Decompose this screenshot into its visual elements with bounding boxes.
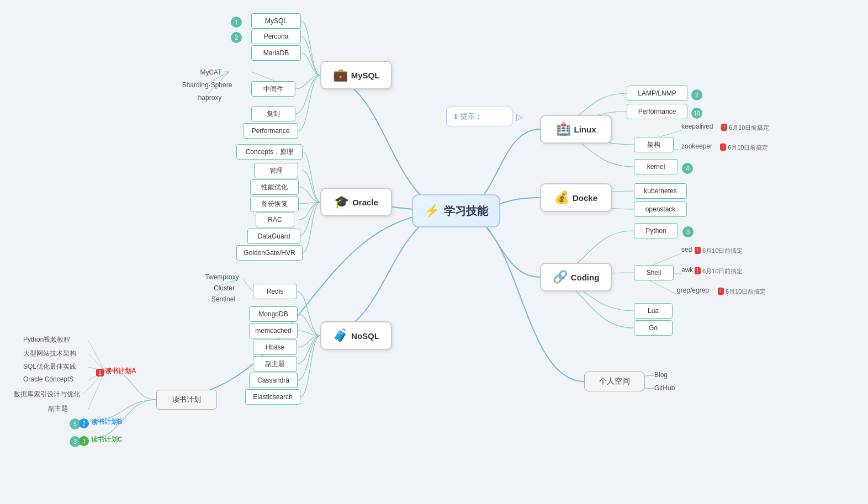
coding-main-node[interactable]: 🔗 Coding	[540, 263, 612, 291]
personal-space-node[interactable]: 个人空间	[584, 372, 645, 391]
awk-deadline: 6月10日前搞定	[702, 267, 743, 275]
coding-icon: 🔗	[553, 270, 568, 284]
docke-sub-openstack[interactable]: openstack	[634, 201, 687, 217]
docke-icon: 💰	[554, 190, 569, 205]
nosql-icon: 🧳	[333, 328, 348, 343]
mysql-badge2: 2	[231, 32, 242, 43]
oracle-sub-backup[interactable]: 备份恢复	[250, 196, 299, 211]
cluster-text: Cluster	[208, 283, 241, 294]
coding-label: Coding	[571, 273, 600, 282]
tip-arrow: ▷	[516, 112, 523, 122]
linux-sub-kernel[interactable]: kernel	[634, 159, 678, 174]
oracle-icon: 🎓	[334, 195, 349, 209]
github-text: GitHub	[654, 384, 675, 392]
oracle-sub-dataguard[interactable]: DataGuard	[247, 229, 300, 244]
book2: 大型网站技术架构	[23, 349, 76, 358]
zookeeper-badge: !	[720, 144, 726, 151]
mysql-sub-percona[interactable]: Percona	[251, 29, 301, 44]
nosql-sub-subtopic[interactable]: 副主题	[253, 356, 297, 372]
oracle-sub-goldengate[interactable]: GoldenGate/HVR	[236, 245, 303, 261]
reading-plan-node[interactable]: 读书计划	[156, 390, 217, 410]
mysql-sub-middleware[interactable]: 中间件	[251, 81, 295, 97]
awk-text: awk	[681, 266, 693, 274]
nosql-sub-mongodb[interactable]: MongoDB	[249, 306, 298, 322]
plan-b-badge: 2	[79, 418, 89, 428]
book4: Oracle ConceptS	[23, 375, 73, 383]
nosql-sub-cassandra[interactable]: Cassandra	[249, 373, 298, 388]
mysql-label: MySQL	[351, 71, 380, 80]
svg-line-18	[88, 371, 105, 409]
oracle-label: Oracle	[352, 198, 378, 207]
haproxy-text: haproxy	[190, 92, 229, 104]
perf-badge: 10	[691, 108, 702, 119]
coding-sub-lua[interactable]: Lua	[634, 303, 673, 319]
sed-text: sed	[681, 246, 692, 253]
mysql-sub-mysql[interactable]: MySQL	[251, 13, 301, 29]
center-label: 学习技能	[444, 204, 488, 219]
mysql-sub-replication[interactable]: 复制	[251, 106, 295, 121]
svg-line-4	[243, 279, 253, 291]
linux-main-node[interactable]: 🏥 Linux	[540, 115, 612, 144]
lamp-badge: 2	[691, 89, 702, 100]
kernel-badge: 4	[682, 163, 693, 174]
sed-badge: !	[695, 247, 701, 254]
mycat-text: MyCAT	[189, 66, 233, 78]
oracle-sub-manage[interactable]: 管理	[254, 163, 298, 178]
nosql-sub-memcached[interactable]: memcached	[249, 323, 298, 338]
zookeeper-text: zookeeper	[681, 142, 712, 150]
grep-text: grep/egrep	[677, 287, 709, 294]
nosql-main-node[interactable]: 🧳 NoSQL	[320, 321, 392, 350]
mysql-sub-performance[interactable]: Performance	[243, 123, 298, 139]
nosql-sub-hbase[interactable]: Hbase	[253, 339, 297, 355]
oracle-main-node[interactable]: 🎓 Oracle	[320, 188, 392, 216]
oracle-sub-concepts[interactable]: Concepts，原理	[236, 144, 303, 160]
reading-label: 读书计划	[172, 395, 201, 405]
book1: Python视频教程	[23, 335, 70, 344]
linux-sub-performance[interactable]: Performance	[627, 104, 687, 119]
mysql-badge1: 1	[231, 17, 242, 28]
coding-sub-go[interactable]: Go	[634, 320, 673, 336]
svg-line-13	[88, 341, 105, 371]
center-node[interactable]: ⚡ 学习技能	[412, 194, 500, 227]
docke-label: Docke	[573, 193, 597, 203]
nosql-label: NoSQL	[351, 331, 379, 341]
reading-subtopic: 副主题	[48, 404, 68, 413]
linux-label: Linux	[574, 125, 596, 134]
oracle-sub-perf[interactable]: 性能优化	[250, 179, 299, 195]
linux-sub-lamp[interactable]: LAMP/LNMP	[627, 86, 687, 101]
python-badge: 3	[682, 226, 694, 237]
plan-c-badge: 3	[79, 436, 89, 446]
linux-icon: 🏥	[556, 122, 571, 136]
mysql-sub-mariadb[interactable]: MariaDB	[251, 45, 301, 61]
sentinel-text: Sentinel	[205, 294, 241, 305]
sed-deadline: 6月10日前搞定	[702, 247, 743, 255]
nosql-sub-redis[interactable]: Redis	[253, 284, 297, 299]
info-icon: ℹ	[454, 113, 457, 121]
reading-plan-b-text: 读书计划B	[91, 417, 123, 427]
tip-box: ℹ 提示：	[446, 107, 512, 126]
zookeeper-deadline: 6月10日前搞定	[728, 144, 768, 152]
tip-label: 提示：	[461, 112, 482, 121]
mysql-main-node[interactable]: 💼 MySQL	[320, 61, 392, 89]
nosql-sub-elasticsearch[interactable]: Elasticsearch	[245, 389, 300, 405]
grep-badge: !	[718, 288, 724, 295]
coding-sub-shell[interactable]: Shell	[634, 265, 674, 280]
reading-plan-c-text: 读书计划C	[91, 435, 123, 444]
docke-sub-k8s[interactable]: kubernetes	[634, 183, 687, 199]
coding-sub-python[interactable]: Python	[634, 223, 678, 238]
reading-plan-a-text: 读书计划A	[105, 367, 136, 376]
book3: SQL优化最佳实践	[23, 362, 76, 372]
keepalived-deadline: 6月10日前搞定	[729, 124, 769, 132]
oracle-sub-rac[interactable]: RAC	[256, 212, 294, 227]
awk-badge: !	[695, 267, 701, 274]
keepalived-badge: !	[721, 124, 727, 131]
book5: 数据库索引设计与优化	[14, 390, 80, 399]
plan-a-badge: 1	[96, 369, 104, 376]
linux-sub-arch[interactable]: 架构	[634, 137, 674, 152]
mysql-icon: 💼	[333, 68, 348, 82]
docke-main-node[interactable]: 💰 Docke	[540, 183, 612, 212]
personal-label: 个人空间	[599, 376, 630, 386]
blog-text: Blog	[654, 371, 668, 379]
twemproxy-text: Twemproxy	[200, 272, 244, 283]
keepalived-text: keepalived	[681, 123, 713, 130]
